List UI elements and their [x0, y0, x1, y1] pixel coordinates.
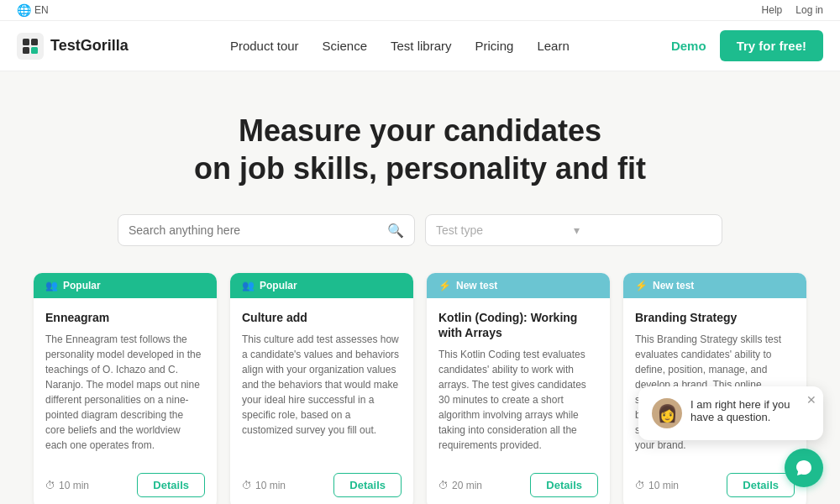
- nav-actions: Demo Try for free!: [671, 30, 823, 61]
- card-description: This Kotlin Coding test evaluates candid…: [438, 347, 598, 453]
- badge-icon: 👥: [242, 280, 255, 291]
- clock-icon: ⏱: [45, 480, 55, 491]
- nav-pricing[interactable]: Pricing: [475, 39, 514, 53]
- card-item: 👥 Popular Culture add This culture add t…: [230, 273, 413, 504]
- lang-label: EN: [34, 4, 49, 16]
- badge-icon: ⚡: [438, 280, 451, 291]
- nav-product-tour[interactable]: Product tour: [230, 39, 299, 53]
- search-icon: 🔍: [387, 223, 404, 239]
- try-free-button[interactable]: Try for free!: [720, 30, 823, 61]
- card-time: ⏱ 10 min: [45, 480, 89, 491]
- card-badge: 👥 Popular: [34, 273, 217, 298]
- card-item: 👥 Popular Enneagram The Enneagram test f…: [34, 273, 217, 504]
- nav-learn[interactable]: Learn: [537, 39, 569, 53]
- time-value: 10 min: [255, 480, 286, 491]
- demo-link[interactable]: Demo: [671, 39, 706, 53]
- card-item: ⚡ New test Kotlin (Coding): Working with…: [427, 273, 610, 504]
- details-button[interactable]: Details: [137, 473, 205, 497]
- clock-icon: ⏱: [438, 480, 449, 491]
- hero-headline: Measure your candidates on job skills, p…: [17, 112, 823, 187]
- nav-links: Product tour Science Test library Pricin…: [230, 39, 570, 53]
- time-value: 20 min: [452, 480, 482, 491]
- chat-close-button[interactable]: ✕: [806, 393, 816, 407]
- badge-icon: ⚡: [635, 280, 648, 291]
- card-title: Kotlin (Coding): Working with Arrays: [438, 310, 598, 340]
- test-type-dropdown[interactable]: Test type ▾: [425, 214, 722, 246]
- chat-popup-content: 👩 I am right here if you have a question…: [638, 386, 823, 440]
- card-title: Branding Strategy: [635, 310, 795, 325]
- details-button[interactable]: Details: [333, 473, 402, 497]
- svg-rect-0: [23, 39, 29, 45]
- globe-icon: 🌐: [17, 3, 31, 17]
- chat-avatar: 👩: [652, 398, 682, 428]
- hero-section: Measure your candidates on job skills, p…: [0, 71, 840, 214]
- search-input[interactable]: [129, 215, 387, 245]
- chat-message: I am right here if you have a question.: [690, 398, 810, 423]
- help-link[interactable]: Help: [762, 4, 783, 16]
- card-description: This culture add test assesses how a can…: [242, 332, 402, 453]
- nav-test-library[interactable]: Test library: [391, 39, 452, 53]
- logo-icon: [17, 33, 44, 60]
- chat-widget: ✕ 👩 I am right here if you have a questi…: [638, 386, 823, 487]
- card-title: Culture add: [242, 310, 402, 325]
- main-nav: TestGorilla Product tour Science Test li…: [0, 21, 840, 71]
- chat-open-button[interactable]: [785, 449, 823, 487]
- svg-rect-1: [31, 39, 38, 45]
- login-link[interactable]: Log in: [795, 4, 823, 16]
- logo-text: TestGorilla: [50, 37, 129, 55]
- svg-rect-3: [31, 47, 38, 54]
- badge-label: Popular: [260, 280, 297, 291]
- nav-science[interactable]: Science: [323, 39, 367, 53]
- top-bar: 🌐 EN Help Log in: [0, 0, 840, 21]
- badge-label: New test: [456, 280, 497, 291]
- badge-label: Popular: [63, 280, 101, 291]
- test-type-placeholder: Test type: [436, 215, 574, 245]
- badge-icon: 👥: [45, 280, 58, 291]
- clock-icon: ⏱: [242, 480, 252, 491]
- card-title: Enneagram: [45, 310, 205, 325]
- card-description: The Enneagram test follows the personali…: [45, 332, 205, 453]
- card-time: ⏱ 20 min: [438, 480, 482, 491]
- details-button[interactable]: Details: [530, 473, 598, 497]
- svg-rect-2: [23, 47, 29, 54]
- search-box: 🔍: [118, 214, 415, 246]
- chevron-down-icon: ▾: [574, 215, 711, 245]
- lang-selector[interactable]: 🌐 EN: [17, 3, 49, 17]
- card-badge: ⚡ New test: [623, 273, 806, 298]
- chat-popup: ✕ 👩 I am right here if you have a questi…: [638, 386, 823, 440]
- card-time: ⏱ 10 min: [242, 480, 286, 491]
- logo[interactable]: TestGorilla: [17, 33, 129, 60]
- time-value: 10 min: [59, 480, 89, 491]
- card-badge: 👥 Popular: [230, 273, 413, 298]
- search-row: 🔍 Test type ▾: [101, 214, 739, 246]
- top-bar-actions: Help Log in: [762, 4, 823, 16]
- card-badge: ⚡ New test: [427, 273, 610, 298]
- badge-label: New test: [653, 280, 694, 291]
